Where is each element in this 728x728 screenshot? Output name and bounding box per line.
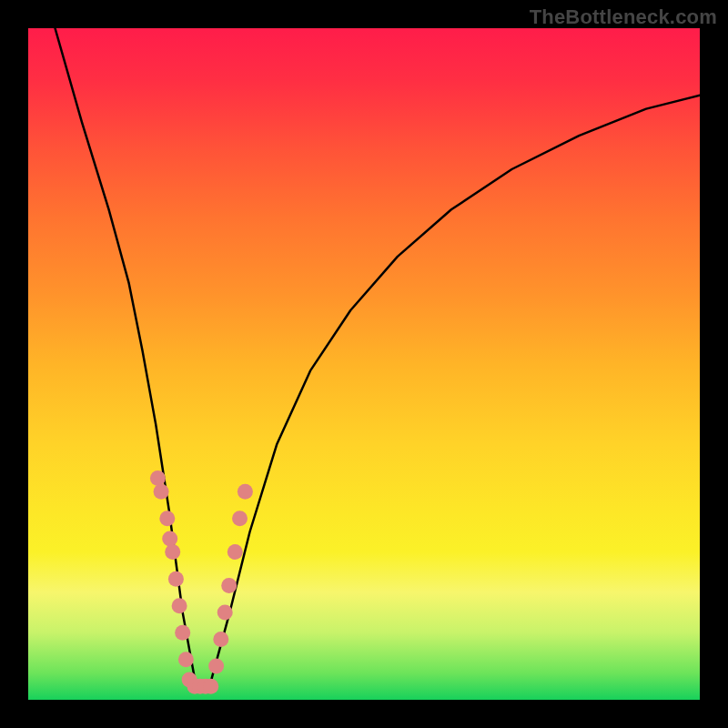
sample-dot	[168, 571, 184, 587]
sample-dot	[232, 511, 248, 526]
sample-dot	[203, 679, 218, 694]
bottleneck-curve	[28, 28, 700, 700]
watermark-label: TheBottleneck.com	[530, 5, 717, 29]
sample-dot	[159, 511, 175, 526]
sample-dot	[221, 578, 237, 593]
sample-dot	[165, 544, 180, 560]
sample-dot	[208, 659, 224, 674]
plot-area	[28, 28, 700, 700]
sample-dot	[162, 531, 177, 546]
sample-dot	[150, 470, 166, 486]
sample-dot	[217, 605, 233, 621]
sample-dot	[182, 672, 197, 687]
bottleneck-curve-path	[56, 28, 701, 686]
sample-dot	[187, 679, 203, 694]
chart-container: TheBottleneck.com	[0, 0, 728, 728]
sample-dot	[175, 625, 190, 641]
sample-dot	[178, 652, 194, 667]
sample-dot	[213, 632, 228, 647]
sample-dot	[197, 679, 213, 694]
sample-dot	[154, 484, 169, 500]
sample-dot	[228, 544, 243, 560]
sample-dot	[238, 484, 253, 500]
sample-dot	[172, 598, 187, 613]
sample-dot	[192, 679, 207, 694]
